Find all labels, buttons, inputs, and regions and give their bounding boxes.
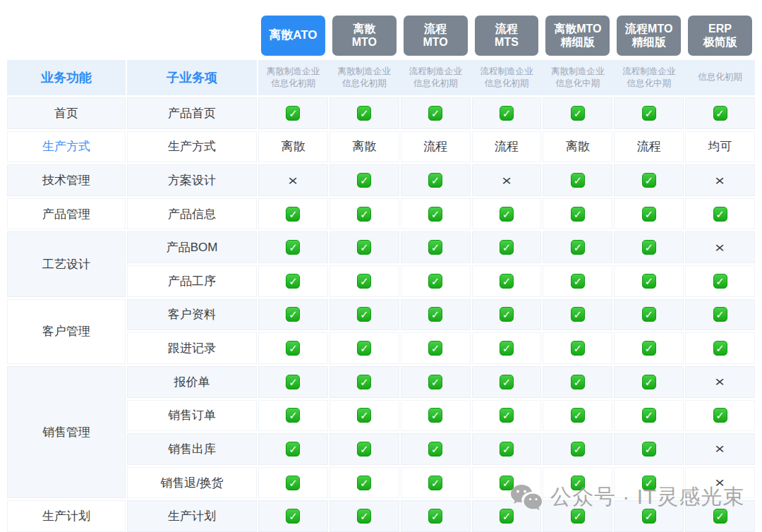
value-cell: ✓	[685, 299, 755, 331]
check-icon: ✓	[428, 476, 442, 490]
check-icon: ✓	[571, 476, 585, 490]
group-label: 销售管理	[7, 366, 126, 498]
value-cell: ✓	[614, 500, 684, 532]
check-icon: ✓	[571, 442, 585, 457]
check-icon: ✓	[286, 509, 300, 524]
value-cell-text: 流程	[472, 131, 542, 163]
sub-item-label: 销售退/换货	[127, 467, 257, 499]
tab-product-2[interactable]: 离散 MTO	[332, 16, 397, 56]
group-label: 首页	[7, 97, 126, 129]
value-cell: ✓	[258, 433, 328, 465]
value-cell: ✓	[543, 467, 612, 499]
check-icon: ✓	[500, 341, 514, 356]
check-icon: ✓	[713, 106, 727, 121]
value-cell: ×	[685, 231, 755, 263]
value-cell: ✓	[401, 265, 471, 297]
value-cell: ×	[685, 366, 755, 398]
check-icon: ✓	[571, 106, 585, 121]
group-label: 生产计划	[7, 500, 126, 532]
check-icon: ✓	[357, 173, 371, 188]
check-icon: ✓	[357, 509, 371, 524]
check-icon: ✓	[713, 307, 727, 322]
check-icon: ✓	[571, 375, 585, 389]
tab-product-1[interactable]: 离散ATO	[261, 16, 325, 56]
column-header-business-function: 业务功能	[7, 60, 126, 95]
check-icon: ✓	[428, 509, 442, 524]
value-cell: ✓	[543, 433, 612, 465]
check-icon: ✓	[286, 408, 300, 423]
value-cell: ✓	[401, 467, 471, 499]
value-cell: ✓	[258, 97, 328, 129]
check-icon: ✓	[500, 240, 514, 255]
value-cell: ✓	[685, 198, 755, 230]
check-icon: ✓	[642, 106, 656, 121]
check-icon: ✓	[571, 173, 585, 188]
cross-icon: ×	[288, 172, 298, 189]
tab-product-5[interactable]: 离散MTO 精细版	[545, 16, 610, 56]
check-icon: ✓	[357, 476, 371, 490]
value-cell: ✓	[614, 97, 684, 129]
column-header-sub-item: 子业务项	[127, 60, 257, 95]
value-cell: ×	[685, 467, 755, 499]
tab-product-3[interactable]: 流程 MTO	[404, 16, 468, 56]
tab-product-4[interactable]: 流程 MTS	[475, 16, 539, 56]
value-cell: ✓	[401, 198, 471, 230]
product-subtitle-band: 离散制造企业 信息化初期离散制造企业 信息化初期流程制造企业 信息化初期流程制造…	[258, 60, 755, 95]
check-icon: ✓	[428, 442, 442, 457]
value-cell: ✓	[258, 231, 328, 263]
value-cell: ✓	[329, 366, 399, 398]
sub-item-label: 产品首页	[127, 97, 257, 129]
value-cell: ✓	[543, 332, 612, 364]
cross-icon: ×	[502, 172, 512, 189]
check-icon: ✓	[286, 106, 300, 121]
value-cell: ✓	[543, 500, 612, 532]
check-icon: ✓	[357, 375, 371, 389]
value-cell: ✓	[329, 500, 399, 532]
value-cell: ✓	[401, 231, 471, 263]
value-cell: ✓	[401, 299, 471, 331]
check-icon: ✓	[286, 476, 300, 490]
value-cell: ✓	[614, 198, 684, 230]
sub-item-label: 生产方式	[127, 131, 257, 163]
value-cell: ✓	[401, 433, 471, 465]
check-icon: ✓	[571, 240, 585, 255]
value-cell: ✓	[614, 366, 684, 398]
check-icon: ✓	[713, 274, 727, 289]
check-icon: ✓	[500, 509, 514, 524]
sub-item-label: 跟进记录	[127, 332, 257, 364]
check-icon: ✓	[286, 207, 300, 222]
value-cell: ✓	[258, 400, 328, 432]
value-cell: ✓	[614, 231, 684, 263]
check-icon: ✓	[428, 207, 442, 222]
check-icon: ✓	[642, 408, 656, 423]
check-icon: ✓	[500, 307, 514, 322]
value-cell-text: 流程	[401, 131, 471, 163]
value-cell: ✓	[258, 265, 328, 297]
value-cell: ✓	[543, 400, 612, 432]
tab-product-6[interactable]: 流程MTO 精细版	[617, 16, 681, 56]
value-cell: ×	[472, 164, 542, 196]
tab-product-7[interactable]: ERP 极简版	[688, 16, 752, 56]
cross-icon: ×	[715, 172, 725, 189]
check-icon: ✓	[428, 307, 442, 322]
check-icon: ✓	[500, 442, 514, 457]
value-cell: ✓	[685, 265, 755, 297]
value-cell: ✓	[472, 198, 542, 230]
product-subtitle-2: 离散制造企业 信息化初期	[329, 60, 399, 95]
value-cell: ✓	[472, 332, 542, 364]
check-icon: ✓	[500, 106, 514, 121]
feature-comparison-table: 业务功能 子业务项 离散制造企业 信息化初期离散制造企业 信息化初期流程制造企业…	[7, 16, 755, 532]
check-icon: ✓	[642, 442, 656, 457]
value-cell: ✓	[472, 97, 542, 129]
value-cell: ×	[685, 164, 755, 196]
value-cell: ✓	[614, 467, 684, 499]
check-icon: ✓	[500, 207, 514, 222]
value-cell: ✓	[329, 299, 399, 331]
value-cell: ✓	[329, 332, 399, 364]
value-cell: ✓	[543, 97, 612, 129]
check-icon: ✓	[500, 408, 514, 423]
check-icon: ✓	[286, 274, 300, 289]
check-icon: ✓	[642, 240, 656, 255]
sub-item-label: 产品工序	[127, 265, 257, 297]
sub-item-label: 销售订单	[127, 400, 257, 432]
